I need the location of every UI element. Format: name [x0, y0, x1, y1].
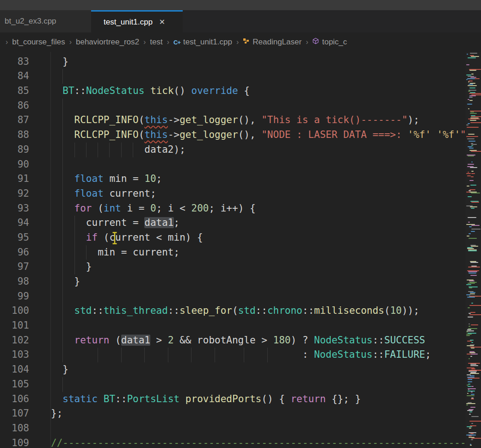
breadcrumb-item-bt-course-files[interactable]: bt_course_files [12, 37, 65, 47]
line-number[interactable]: 99 [0, 289, 50, 304]
line-number[interactable]: 85 [0, 84, 50, 99]
code-line-content[interactable]: static BT::PortsList providedPorts() { r… [50, 392, 466, 407]
code-line[interactable]: 91 float min = 10; [0, 172, 466, 187]
code-line[interactable]: 90 [0, 157, 466, 172]
code-line[interactable]: 87 RCLCPP_INFO(this->get_logger(), "This… [0, 113, 466, 128]
line-number[interactable]: 101 [0, 318, 50, 333]
minimap[interactable] [466, 52, 481, 448]
line-number[interactable]: 86 [0, 99, 50, 113]
code-line[interactable]: 95 if (current < min) { [0, 230, 466, 245]
code-line[interactable]: 109//-----------------------------------… [0, 436, 466, 448]
code-line-content[interactable]: current = data1; [50, 216, 466, 230]
code-line-content[interactable] [50, 318, 466, 333]
code-line-content[interactable]: } [50, 362, 466, 377]
line-number[interactable]: 97 [0, 260, 50, 274]
line-number[interactable]: 95 [0, 230, 50, 245]
line-number[interactable]: 104 [0, 362, 50, 377]
line-number[interactable]: 98 [0, 274, 50, 289]
code-line[interactable]: 85 BT::NodeStatus tick() override { [0, 84, 466, 99]
breadcrumb-item-behaviortree-ros2[interactable]: behaviortree_ros2 [76, 37, 139, 47]
code-token: RCLCPP_INFO [74, 129, 139, 140]
code-line-content[interactable]: } [50, 274, 466, 289]
code-line[interactable]: 83 } [0, 55, 466, 69]
line-number[interactable]: 91 [0, 172, 50, 187]
code-line[interactable]: 103 : NodeStatus::FAILURE; [0, 348, 466, 362]
code-line[interactable]: 97 } [0, 260, 466, 274]
code-token: } [51, 261, 92, 272]
breadcrumb-item-test[interactable]: test [150, 37, 162, 47]
minimap-line [471, 162, 473, 162]
code-line-content[interactable]: BT::NodeStatus tick() override { [50, 84, 466, 99]
line-number[interactable]: 108 [0, 421, 50, 436]
code-line[interactable]: 107}; [0, 406, 466, 421]
code-line-content[interactable]: }; [50, 406, 466, 421]
code-line[interactable]: 96 min = current; [0, 245, 466, 260]
line-number[interactable]: 89 [0, 143, 50, 157]
tab-label: bt_u2_ex3.cpp [5, 17, 56, 26]
line-number[interactable]: 96 [0, 245, 50, 260]
code-line[interactable]: 86 [0, 99, 466, 113]
code-line-content[interactable]: } [50, 260, 466, 274]
code-line[interactable]: 108 [0, 421, 466, 436]
code-line-content[interactable] [50, 377, 466, 392]
code-line[interactable]: 102 return (data1 > 2 && robotAngle > 18… [0, 333, 466, 348]
code-line[interactable]: 99 [0, 289, 466, 304]
line-number[interactable]: 90 [0, 157, 50, 172]
breadcrumb-item-test-unit1-cpp[interactable]: C+test_unit1.cpp [173, 37, 232, 47]
code-token: this [144, 114, 168, 125]
code-line[interactable]: 100 std::this_thread::sleep_for(std::chr… [0, 304, 466, 318]
close-tab-icon[interactable]: ✕ [159, 18, 165, 26]
code-line[interactable]: 105 [0, 377, 466, 392]
line-number[interactable]: 102 [0, 333, 50, 348]
line-number[interactable]: 106 [0, 392, 50, 407]
code-line[interactable]: 93 for (int i = 0; i < 200; i++) { [0, 201, 466, 216]
code-line-content[interactable] [50, 69, 466, 84]
minimap-line [466, 284, 471, 285]
line-number[interactable]: 87 [0, 113, 50, 128]
code-line-content[interactable]: float current; [50, 187, 466, 201]
code-line-content[interactable]: } [50, 55, 466, 69]
code-line-content[interactable]: RCLCPP_INFO(this->get_logger(), "This is… [50, 113, 466, 128]
breadcrumb-item-readinglaser[interactable]: ReadingLaser [243, 37, 302, 47]
breadcrumb-item-topic-c[interactable]: topic_c [312, 37, 347, 47]
line-number[interactable]: 103 [0, 348, 50, 362]
code-line-content[interactable]: if (current < min) { [50, 230, 466, 245]
code-line[interactable]: 101 [0, 318, 466, 333]
tab-bt-u2-ex3[interactable]: bt_u2_ex3.cpp [0, 10, 91, 32]
line-number[interactable]: 92 [0, 187, 50, 201]
code-line[interactable]: 104 } [0, 362, 466, 377]
code-line[interactable]: 98 } [0, 274, 466, 289]
code-line[interactable]: 92 float current; [0, 187, 466, 201]
code-line-content[interactable]: RCLCPP_INFO(this->get_logger(), "NODE : … [50, 128, 466, 143]
code-line[interactable]: 84 [0, 69, 466, 84]
code-line-content[interactable]: : NodeStatus::FAILURE; [50, 348, 466, 362]
code-line-content[interactable]: //--------------------------------------… [50, 436, 466, 448]
code-line-content[interactable]: min = current; [50, 245, 466, 260]
code-line-content[interactable] [50, 421, 466, 436]
code-pane[interactable]: ");83 }8485 BT::NodeStatus tick() overri… [0, 52, 466, 448]
tab-test-unit1[interactable]: test_unit1.cpp ✕ [91, 10, 183, 32]
code-line[interactable]: 106 static BT::PortsList providedPorts()… [0, 392, 466, 407]
code-line-content[interactable]: std::this_thread::sleep_for(std::chrono:… [50, 304, 466, 318]
line-number[interactable]: 100 [0, 304, 50, 318]
code-line-content[interactable]: float min = 10; [50, 172, 466, 187]
line-number[interactable]: 94 [0, 216, 50, 230]
line-number[interactable]: 107 [0, 406, 50, 421]
minimap-line [466, 404, 468, 405]
code-line-content[interactable]: data2); [50, 143, 466, 157]
code-line-content[interactable] [50, 289, 466, 304]
code-line[interactable]: 88 RCLCPP_INFO(this->get_logger(), "NODE… [0, 128, 466, 143]
line-number[interactable]: 105 [0, 377, 50, 392]
line-number[interactable]: 84 [0, 69, 50, 84]
code-line-content[interactable] [50, 99, 466, 113]
code-line-content[interactable]: for (int i = 0; i < 200; i++) { [50, 201, 466, 216]
code-line[interactable]: 89 data2); [0, 143, 466, 157]
code-line[interactable]: 94 current = data1; [0, 216, 466, 230]
line-number[interactable]: 88 [0, 128, 50, 143]
code-line-content[interactable] [50, 157, 466, 172]
code-line-content[interactable]: return (data1 > 2 && robotAngle > 180) ?… [50, 333, 466, 348]
line-number[interactable]: 109 [0, 436, 50, 448]
line-number[interactable]: 93 [0, 201, 50, 216]
code-token: data1 [144, 217, 173, 228]
line-number[interactable]: 83 [0, 55, 50, 69]
